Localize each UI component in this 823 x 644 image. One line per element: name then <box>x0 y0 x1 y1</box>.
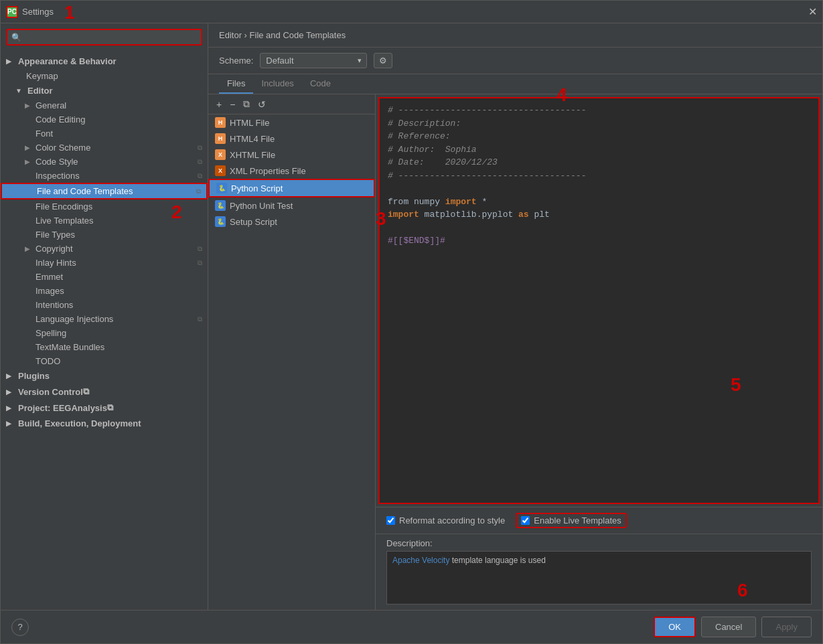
breadcrumb-parent: Editor <box>219 30 242 40</box>
sidebar-item-spelling[interactable]: Spelling <box>1 326 208 340</box>
copy-icon-4: ⧉ <box>196 187 201 195</box>
sidebar-item-live-templates[interactable]: Live Templates <box>1 214 208 228</box>
file-item-python-script[interactable]: 🐍 Python Script <box>208 179 375 197</box>
copy-icon-8: ⧉ <box>83 386 89 397</box>
sidebar-label-inlay-hints: Inlay Hints <box>35 258 76 268</box>
file-item-xhtml[interactable]: X XHTML File <box>208 147 375 163</box>
sidebar-label-editor: Editor <box>27 86 53 96</box>
reformat-checkbox[interactable] <box>386 516 395 525</box>
sidebar-item-editor[interactable]: ▼ Editor <box>1 83 208 98</box>
python-script-icon: 🐍 <box>216 183 227 193</box>
reformat-checkbox-label[interactable]: Reformat according to style <box>386 515 505 526</box>
close-button[interactable]: ✕ <box>808 5 817 18</box>
color-scheme-arrow: ▶ <box>25 144 34 151</box>
apache-velocity-link[interactable]: Apache Velocity <box>392 556 449 565</box>
code-line-11: #[[$END$]]# <box>388 234 810 248</box>
enable-lt-checkbox[interactable] <box>521 516 530 525</box>
sidebar-item-version-control[interactable]: ▶ Version Control ⧉ <box>1 384 208 400</box>
tab-files[interactable]: Files <box>219 74 253 94</box>
file-toolbar: + − ⧉ ↺ <box>208 94 375 114</box>
sidebar-item-todo[interactable]: TODO <box>1 354 208 368</box>
copy-icon-3: ⧉ <box>198 172 202 180</box>
apply-button[interactable]: Apply <box>761 617 812 637</box>
sidebar-label-plugins: Plugins <box>18 371 50 381</box>
sidebar-item-appearance[interactable]: ▶ Appearance & Behavior <box>1 54 208 69</box>
code-style-arrow: ▶ <box>25 158 34 165</box>
sidebar-item-color-scheme[interactable]: ▶ Color Scheme ⧉ <box>1 141 208 155</box>
file-list: + − ⧉ ↺ H HTML File H HTML4 File <box>208 94 376 610</box>
file-item-xml-properties[interactable]: X XML Properties File <box>208 163 375 179</box>
sidebar-label-live-templates: Live Templates <box>35 216 93 226</box>
sidebar-item-copyright[interactable]: ▶ Copyright ⧉ <box>1 242 208 256</box>
sidebar-label-general: General <box>35 100 66 110</box>
remove-template-button[interactable]: − <box>227 98 238 111</box>
search-icon: 🔍 <box>11 33 21 42</box>
sidebar-item-file-code-templates[interactable]: File and Code Templates ⧉ <box>1 183 208 199</box>
bottom-options: Reformat according to style Enable Live … <box>376 507 822 534</box>
copy-icon-9: ⧉ <box>107 402 113 413</box>
action-buttons: OK Cancel Apply <box>654 617 812 637</box>
scheme-gear-button[interactable]: ⚙ <box>374 53 392 68</box>
search-input[interactable] <box>24 32 197 42</box>
tab-includes[interactable]: Includes <box>253 74 301 94</box>
sidebar-label-code-style: Code Style <box>35 157 78 167</box>
tab-code[interactable]: Code <box>302 74 339 94</box>
file-item-html-label: HTML File <box>230 118 269 128</box>
sidebar-item-language-injections[interactable]: Language Injections ⧉ <box>1 312 208 326</box>
sidebar-item-code-style[interactable]: ▶ Code Style ⧉ <box>1 155 208 169</box>
bottom-bar: ? OK Cancel Apply <box>1 610 822 643</box>
tabs-row: Files Includes Code <box>208 74 822 94</box>
sidebar-item-keymap[interactable]: Keymap <box>1 69 208 83</box>
copy-icon-5: ⧉ <box>198 245 202 253</box>
sidebar-label-spelling: Spelling <box>35 328 66 338</box>
sidebar-item-file-encodings[interactable]: File Encodings <box>1 199 208 214</box>
reset-template-button[interactable]: ↺ <box>255 98 269 111</box>
sidebar-item-textmate[interactable]: TextMate Bundles <box>1 340 208 354</box>
file-item-html[interactable]: H HTML File <box>208 114 375 131</box>
sidebar-item-code-editing[interactable]: Code Editing <box>1 112 208 127</box>
code-line-2: # Description: <box>388 117 810 131</box>
breadcrumb-separator: › <box>244 30 247 40</box>
xml-file-icon: X <box>215 165 226 176</box>
sidebar-label-keymap: Keymap <box>26 71 58 81</box>
left-panel: 🔍 ▶ Appearance & Behavior Keymap ▼ Edito… <box>1 23 208 610</box>
cancel-button[interactable]: Cancel <box>701 617 756 637</box>
copy-template-button[interactable]: ⧉ <box>240 97 252 111</box>
enable-lt-checkbox-label[interactable]: Enable Live Templates <box>521 515 621 526</box>
sidebar-label-textmate: TextMate Bundles <box>35 342 104 352</box>
code-line-5: # Date: 2020/12/23 <box>388 156 810 169</box>
sidebar-item-intentions[interactable]: Intentions <box>1 298 208 312</box>
copy-icon: ⧉ <box>198 144 202 152</box>
file-item-setup-script[interactable]: 🐍 Setup Script <box>208 214 375 230</box>
file-item-xhtml-label: XHTML File <box>230 150 275 160</box>
description-box: Apache Velocity template language is use… <box>386 551 812 605</box>
sidebar-item-inspections[interactable]: Inspections ⧉ <box>1 169 208 183</box>
sidebar-item-general[interactable]: ▶ General <box>1 98 208 112</box>
app-icon: PC <box>6 6 18 18</box>
add-template-button[interactable]: + <box>214 98 224 111</box>
sidebar-item-emmet[interactable]: Emmet <box>1 270 208 284</box>
breadcrumb-current: File and Code Templates <box>250 30 346 40</box>
settings-dialog: 1 2 3 4 5 6 PC Settings ✕ 🔍 ▶ Appearance… <box>0 0 823 644</box>
scheme-select[interactable]: Default Project <box>260 53 367 68</box>
sidebar-label-file-encodings: File Encodings <box>35 202 92 212</box>
ok-button[interactable]: OK <box>654 617 696 637</box>
sidebar-item-project[interactable]: ▶ Project: EEGAnalysis ⧉ <box>1 400 208 416</box>
search-box: 🔍 <box>6 29 202 46</box>
sidebar-item-font[interactable]: Font <box>1 127 208 141</box>
sidebar-item-inlay-hints[interactable]: Inlay Hints ⧉ <box>1 256 208 270</box>
code-template-editor[interactable]: # ------------------------------------ #… <box>378 97 820 504</box>
help-button[interactable]: ? <box>11 619 29 636</box>
sidebar-item-build[interactable]: ▶ Build, Execution, Deployment <box>1 416 208 431</box>
main-area: + − ⧉ ↺ H HTML File H HTML4 File <box>208 94 822 610</box>
file-item-xml-label: XML Properties File <box>230 166 306 176</box>
file-item-html4[interactable]: H HTML4 File <box>208 131 375 147</box>
sidebar-item-file-types[interactable]: File Types <box>1 228 208 242</box>
file-item-setup-script-label: Setup Script <box>230 217 277 227</box>
file-item-python-unit-test[interactable]: 🐍 Python Unit Test <box>208 197 375 214</box>
sidebar-label-code-editing: Code Editing <box>35 114 85 125</box>
editor-expand-icon: ▼ <box>15 87 25 94</box>
code-line-4: # Author: Sophia <box>388 143 810 157</box>
sidebar-item-images[interactable]: Images <box>1 284 208 298</box>
sidebar-item-plugins[interactable]: ▶ Plugins <box>1 368 208 384</box>
